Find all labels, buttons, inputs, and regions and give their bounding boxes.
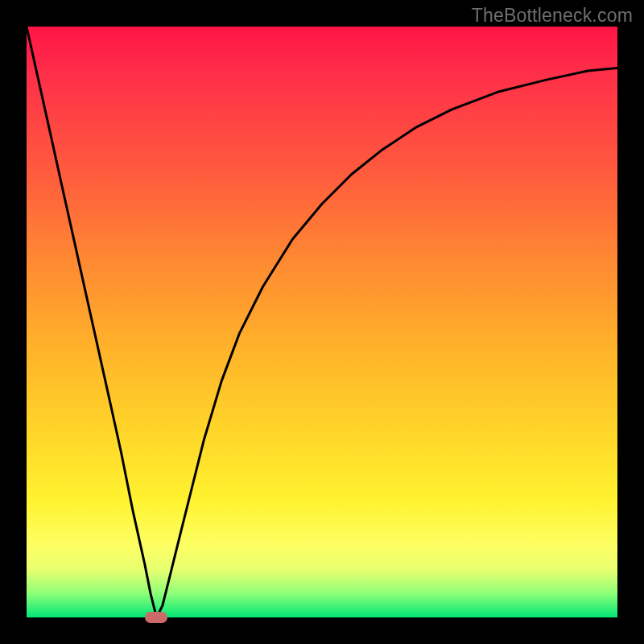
plot-area — [27, 27, 617, 617]
minimum-marker — [145, 612, 167, 623]
bottleneck-curve — [27, 27, 617, 617]
watermark-text: TheBottleneck.com — [472, 5, 633, 27]
chart-frame: TheBottleneck.com — [0, 0, 644, 644]
